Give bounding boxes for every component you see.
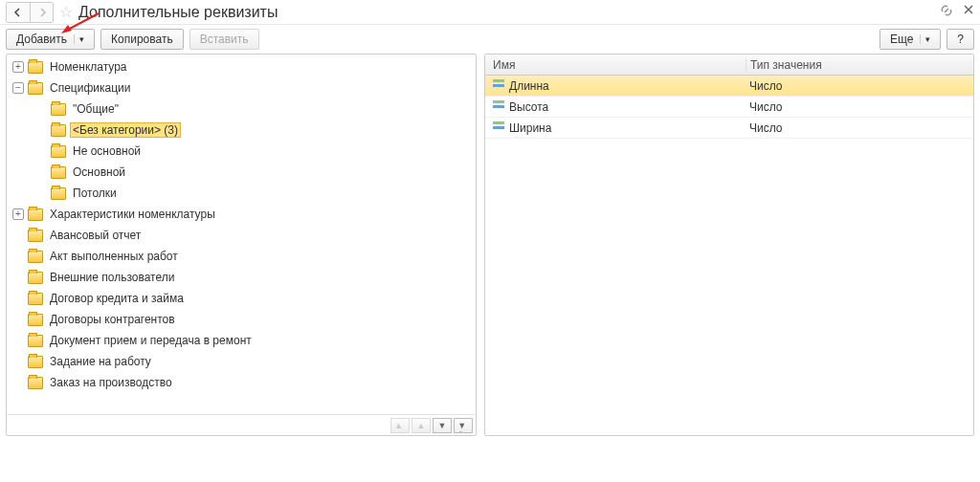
- tree-label: Потолки: [70, 186, 120, 201]
- tree-row[interactable]: +Номенклатура: [7, 56, 476, 77]
- toolbar: Добавить▾ Копировать Вставить Еще▾ ?: [0, 25, 980, 54]
- grid-header-name[interactable]: Имя: [485, 58, 746, 72]
- tree-label: Договоры контрагентов: [47, 312, 178, 327]
- titlebar: ☆ Дополнительные реквизиты: [0, 0, 980, 25]
- scroll-top-button[interactable]: ▲_: [390, 418, 410, 433]
- nav-buttons: [6, 2, 54, 23]
- scroll-bottom-button[interactable]: ▼_: [454, 418, 473, 433]
- folder-icon: [51, 187, 66, 200]
- tree-label: Задание на работу: [47, 354, 154, 369]
- tree-label: Договор кредита и займа: [47, 291, 187, 306]
- tree-footer: ▲_ ▲ ▼ ▼_: [7, 414, 476, 435]
- expander-icon[interactable]: +: [12, 61, 24, 73]
- tree-label: Спецификации: [47, 80, 133, 96]
- close-icon[interactable]: [963, 4, 974, 20]
- tree-row[interactable]: Заказ на производство: [7, 372, 476, 393]
- help-button[interactable]: ?: [947, 29, 974, 50]
- property-name: Высота: [509, 100, 548, 114]
- nav-forward-button[interactable]: [30, 3, 53, 22]
- favorite-star-icon[interactable]: ☆: [59, 3, 73, 21]
- link-icon[interactable]: [940, 4, 953, 20]
- folder-icon: [28, 251, 43, 263]
- property-name: Ширина: [509, 121, 551, 135]
- expander-icon[interactable]: +: [12, 208, 24, 220]
- copy-button[interactable]: Копировать: [100, 29, 184, 50]
- folder-icon: [28, 208, 43, 221]
- grid-header: Имя Тип значения: [485, 55, 973, 76]
- tree-row[interactable]: Договоры контрагентов: [7, 309, 476, 330]
- chevron-down-icon: ▾: [920, 34, 930, 44]
- property-name: Длинна: [509, 79, 549, 93]
- add-button[interactable]: Добавить▾: [6, 29, 95, 50]
- tree-row[interactable]: Задание на работу: [7, 351, 476, 372]
- expander-icon[interactable]: −: [12, 82, 24, 94]
- tree-row[interactable]: <Без категории> (3): [7, 120, 476, 141]
- property-icon: [493, 84, 504, 87]
- grid-row[interactable]: ВысотаЧисло: [485, 97, 973, 118]
- tree-label: "Общие": [70, 101, 122, 117]
- grid-row[interactable]: ДлиннаЧисло: [485, 76, 973, 97]
- tree-label: Основной: [70, 164, 128, 180]
- property-type: Число: [746, 121, 973, 135]
- tree-row[interactable]: "Общие": [7, 99, 476, 120]
- tree-row[interactable]: Внешние пользователи: [7, 267, 476, 288]
- tree-label: Заказ на производство: [47, 375, 175, 390]
- tree-row[interactable]: Не основной: [7, 141, 476, 162]
- paste-button[interactable]: Вставить: [189, 29, 259, 50]
- tree-label: Не основной: [70, 143, 144, 159]
- tree-row[interactable]: Документ прием и передача в ремонт: [7, 330, 476, 351]
- tree-label: Номенклатура: [47, 59, 130, 75]
- scroll-down-button[interactable]: ▼: [433, 418, 452, 433]
- tree-label: Внешние пользователи: [47, 270, 177, 285]
- scroll-up-button[interactable]: ▲: [412, 418, 431, 433]
- folder-icon: [28, 335, 43, 347]
- folder-icon: [28, 293, 43, 305]
- tree-row[interactable]: Акт выполненных работ: [7, 246, 476, 267]
- tree-row[interactable]: Основной: [7, 162, 476, 183]
- folder-icon: [28, 377, 43, 389]
- tree-label: <Без категории> (3): [70, 122, 181, 138]
- more-button[interactable]: Еще▾: [880, 29, 941, 50]
- category-tree[interactable]: +Номенклатура−Спецификации"Общие"<Без ка…: [7, 55, 476, 414]
- folder-icon: [28, 314, 43, 326]
- folder-icon: [28, 356, 43, 368]
- grid-header-type[interactable]: Тип значения: [746, 58, 973, 72]
- tree-label: Характеристики номенклатуры: [47, 207, 218, 222]
- tree-row[interactable]: −Спецификации: [7, 77, 476, 99]
- properties-panel: Имя Тип значения ДлиннаЧислоВысотаЧислоШ…: [484, 54, 974, 436]
- chevron-down-icon: ▾: [74, 34, 84, 44]
- grid-body[interactable]: ДлиннаЧислоВысотаЧислоШиринаЧисло: [485, 76, 973, 435]
- tree-panel: +Номенклатура−Спецификации"Общие"<Без ка…: [6, 54, 477, 436]
- property-icon: [493, 105, 504, 108]
- folder-icon: [51, 145, 66, 158]
- folder-icon: [28, 230, 43, 242]
- tree-row[interactable]: +Характеристики номенклатуры: [7, 204, 476, 225]
- tree-label: Акт выполненных работ: [47, 249, 181, 264]
- property-icon: [493, 126, 504, 129]
- page-title: Дополнительные реквизиты: [78, 4, 278, 21]
- folder-icon: [28, 61, 43, 74]
- folder-icon: [51, 166, 66, 179]
- property-type: Число: [746, 79, 973, 93]
- folder-icon: [51, 124, 66, 137]
- tree-label: Авансовый отчет: [47, 228, 144, 243]
- folder-icon: [28, 82, 43, 95]
- tree-row[interactable]: Договор кредита и займа: [7, 288, 476, 309]
- tree-row[interactable]: Авансовый отчет: [7, 225, 476, 246]
- grid-row[interactable]: ШиринаЧисло: [485, 118, 973, 139]
- tree-row[interactable]: Потолки: [7, 183, 476, 204]
- folder-icon: [51, 103, 66, 116]
- folder-icon: [28, 272, 43, 284]
- property-type: Число: [746, 100, 973, 114]
- tree-label: Документ прием и передача в ремонт: [47, 333, 255, 348]
- nav-back-button[interactable]: [7, 3, 30, 22]
